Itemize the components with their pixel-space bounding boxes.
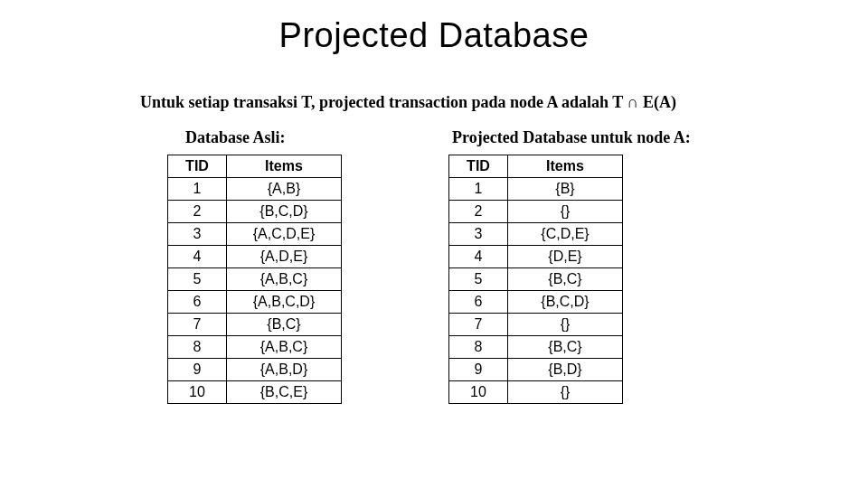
table-row: 1{A,B} — [168, 178, 342, 201]
cell-items: {A,D,E} — [227, 246, 342, 268]
left-caption: Database Asli: — [167, 128, 342, 147]
cell-items: {A,B} — [227, 178, 342, 201]
cell-items: {} — [508, 201, 623, 223]
cell-items: {A,B,D} — [227, 359, 342, 381]
table-row: 6{B,C,D} — [449, 291, 623, 314]
cell-tid: 2 — [168, 201, 227, 223]
cell-tid: 5 — [168, 268, 227, 291]
table-row: 1{B} — [449, 178, 623, 201]
left-header-items: Items — [227, 155, 342, 178]
cell-tid: 4 — [168, 246, 227, 268]
cell-tid: 3 — [449, 223, 508, 246]
page-title: Projected Database — [0, 16, 868, 55]
cell-items: {B,C} — [227, 314, 342, 336]
right-caption: Projected Database untuk node A: — [448, 128, 691, 147]
cell-tid: 7 — [168, 314, 227, 336]
cell-items: {B,C,D} — [227, 201, 342, 223]
cell-tid: 1 — [449, 178, 508, 201]
table-row: 4{A,D,E} — [168, 246, 342, 268]
slide: Projected Database Untuk setiap transaks… — [0, 16, 868, 488]
table-header-row: TID Items — [449, 155, 623, 178]
cell-items: {B,C} — [508, 336, 623, 359]
left-table: TID Items 1{A,B} 2{B,C,D} 3{A,C,D,E} 4{A… — [167, 155, 342, 404]
table-row: 10{B,C,E} — [168, 381, 342, 404]
cell-tid: 5 — [449, 268, 508, 291]
table-row: 9{B,D} — [449, 359, 623, 381]
table-header-row: TID Items — [168, 155, 342, 178]
table-row: 4{D,E} — [449, 246, 623, 268]
cell-items: {D,E} — [508, 246, 623, 268]
cell-items: {A,B,C} — [227, 336, 342, 359]
cell-items: {} — [508, 381, 623, 404]
table-row: 2{} — [449, 201, 623, 223]
cell-items: {A,B,C,D} — [227, 291, 342, 314]
cell-tid: 8 — [449, 336, 508, 359]
cell-items: {C,D,E} — [508, 223, 623, 246]
left-header-tid: TID — [168, 155, 227, 178]
cell-items: {B} — [508, 178, 623, 201]
subtitle: Untuk setiap transaksi T, projected tran… — [140, 93, 868, 112]
table-row: 9{A,B,D} — [168, 359, 342, 381]
cell-tid: 6 — [449, 291, 508, 314]
right-header-items: Items — [508, 155, 623, 178]
left-column: Database Asli: TID Items 1{A,B} 2{B,C,D}… — [167, 128, 342, 404]
table-row: 7{B,C} — [168, 314, 342, 336]
cell-items: {B,C,E} — [227, 381, 342, 404]
cell-tid: 8 — [168, 336, 227, 359]
cell-tid: 7 — [449, 314, 508, 336]
cell-tid: 9 — [168, 359, 227, 381]
cell-tid: 2 — [449, 201, 508, 223]
table-row: 3{C,D,E} — [449, 223, 623, 246]
table-row: 8{A,B,C} — [168, 336, 342, 359]
cell-tid: 10 — [449, 381, 508, 404]
table-row: 2{B,C,D} — [168, 201, 342, 223]
cell-items: {A,C,D,E} — [227, 223, 342, 246]
cell-items: {} — [508, 314, 623, 336]
cell-items: {B,D} — [508, 359, 623, 381]
right-table: TID Items 1{B} 2{} 3{C,D,E} 4{D,E} 5{B,C… — [448, 155, 623, 404]
cell-tid: 1 — [168, 178, 227, 201]
table-row: 10{} — [449, 381, 623, 404]
cell-tid: 9 — [449, 359, 508, 381]
cell-tid: 4 — [449, 246, 508, 268]
table-row: 6{A,B,C,D} — [168, 291, 342, 314]
table-row: 3{A,C,D,E} — [168, 223, 342, 246]
cell-items: {B,C} — [508, 268, 623, 291]
right-header-tid: TID — [449, 155, 508, 178]
cell-tid: 3 — [168, 223, 227, 246]
table-row: 5{B,C} — [449, 268, 623, 291]
table-row: 5{A,B,C} — [168, 268, 342, 291]
cell-items: {B,C,D} — [508, 291, 623, 314]
cell-tid: 6 — [168, 291, 227, 314]
cell-tid: 10 — [168, 381, 227, 404]
table-row: 7{} — [449, 314, 623, 336]
columns: Database Asli: TID Items 1{A,B} 2{B,C,D}… — [0, 128, 868, 404]
table-row: 8{B,C} — [449, 336, 623, 359]
right-column: Projected Database untuk node A: TID Ite… — [448, 128, 691, 404]
cell-items: {A,B,C} — [227, 268, 342, 291]
